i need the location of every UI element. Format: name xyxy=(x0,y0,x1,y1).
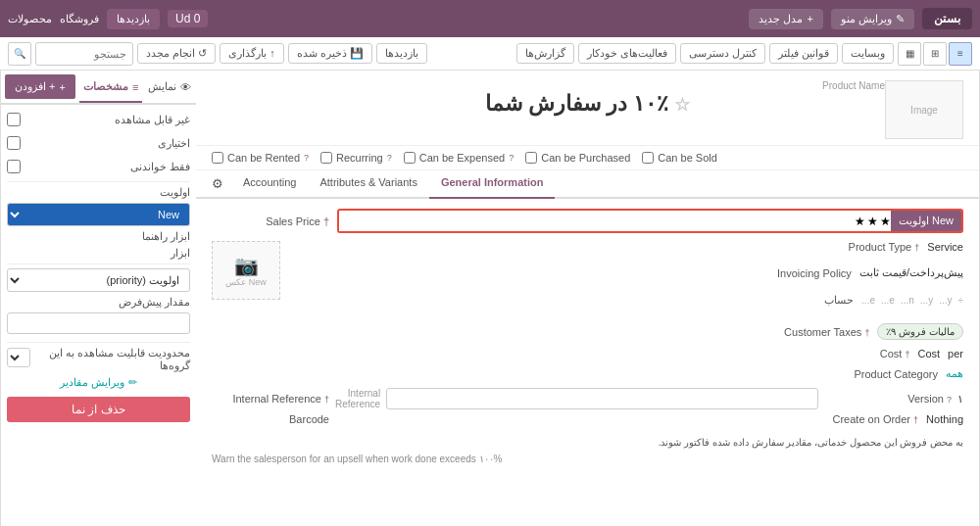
product-image: Image xyxy=(885,80,963,139)
display-icon: 👁 xyxy=(180,81,191,93)
kanban-view-btn[interactable]: ⊞ xyxy=(923,42,947,66)
list-view-btn[interactable]: ≡ xyxy=(949,42,972,66)
right-panel: 👁 نمایش ≡ مشخصات + + افزودن غیر قابل مشا… xyxy=(0,71,196,526)
grid-view-btn[interactable]: ▦ xyxy=(898,42,921,66)
priority-select[interactable]: New xyxy=(7,203,190,226)
recurring-required: ? xyxy=(387,153,392,163)
view-icons: ≡ ⊞ ▦ xyxy=(898,42,972,66)
priority-stars[interactable]: ★ ★ ★ xyxy=(855,215,891,228)
optional-label: اختیاری xyxy=(158,137,190,150)
website-btn[interactable]: وبسایت xyxy=(842,43,894,64)
plus-icon: + xyxy=(808,13,813,24)
search-input[interactable] xyxy=(35,42,133,66)
tool-label: ابزار xyxy=(7,247,190,260)
recurring-checkbox[interactable]: Recurring ? xyxy=(320,152,392,164)
invoicing-policy-label: Invoicing Policy xyxy=(734,267,852,279)
default-value-input[interactable] xyxy=(7,312,190,334)
priority-neutral-select[interactable]: اولویت (priority) xyxy=(7,268,190,292)
save-icon: 💾 xyxy=(350,47,364,59)
topnav-left: Ud 0 بازدیدها فروشگاه محصولات xyxy=(8,9,208,29)
redo-btn[interactable]: ↺ انجام مجدد xyxy=(137,43,216,64)
plus-icon: + xyxy=(59,81,65,93)
access-btn[interactable]: کنترل دسترسی xyxy=(680,43,765,64)
version-internal-row: ۱ ? Version InternalReference † Internal… xyxy=(212,388,963,409)
product-type-label: † Product Type xyxy=(802,241,919,253)
toolbar-left: بازدیدها 💾 ذخیره شده ↑ بارگذاری ↺ انجام … xyxy=(8,42,427,66)
settings-tab-icon[interactable]: ⚙ xyxy=(204,170,231,197)
account-label: حساب xyxy=(736,294,854,307)
group-limit-label: محدودیت قابلیت مشاهده به این گروه‌ها xyxy=(34,347,190,372)
cost-label-inline: Cost xyxy=(917,348,940,359)
panel-tab-attributes[interactable]: ≡ مشخصات xyxy=(79,72,142,103)
back-button[interactable]: بستن xyxy=(922,8,972,29)
panel-options: غیر قابل مشاهده اختیاری فقط خواندنی اولو… xyxy=(1,105,196,526)
internal-ref-row: InternalReference † Internal Reference xyxy=(212,388,818,409)
tax-badge: مالیات فروش ۹٪ xyxy=(877,323,963,340)
redo-icon: ↺ xyxy=(198,47,207,59)
main-layout: Image Product Name ☆ ۱۰٪ در سفارش شما Ca… xyxy=(0,71,980,526)
star-1[interactable]: ★ xyxy=(880,215,891,228)
can-be-sold-checkbox[interactable]: Can be Sold xyxy=(642,152,717,164)
barcode-note: به محض فروش این محصول خدماتی، مقادیر سفا… xyxy=(571,433,963,452)
toolbar-right: ≡ ⊞ ▦ وبسایت قوانین فیلتر کنترل دسترسی ف… xyxy=(516,42,972,66)
star-3[interactable]: ★ xyxy=(855,215,865,228)
optional-row: اختیاری xyxy=(7,134,190,152)
edit-menu-button[interactable]: ✎ ویرایش منو xyxy=(831,9,914,29)
product-header: Image Product Name ☆ ۱۰٪ در سفارش شما xyxy=(196,71,979,146)
tab-attributes[interactable]: Attributes & Variants xyxy=(308,170,428,199)
top-navbar: بستن ✎ ویرایش منو + مدل جدید Ud 0 بازدید… xyxy=(0,0,980,37)
warn-message: Warn the salesperson for an upsell when … xyxy=(212,452,963,466)
star-2[interactable]: ★ xyxy=(867,215,878,228)
product-category-link[interactable]: همه xyxy=(946,367,963,380)
account-cols: ...e ...e ...n ...y ...y ÷ xyxy=(861,293,963,308)
optional-checkbox[interactable] xyxy=(7,136,21,150)
upload-btn[interactable]: ↑ بارگذاری xyxy=(220,43,284,64)
store-label: فروشگاه xyxy=(60,13,99,25)
upload-icon: ↑ xyxy=(270,47,275,59)
sales-price-input[interactable] xyxy=(339,212,855,231)
reviews-btn[interactable]: بازدیدها xyxy=(376,43,427,64)
search-btn[interactable]: 🔍 xyxy=(8,42,31,66)
product-type-row: Service † Product Type پیش‌پرداخت/قیمت ث… xyxy=(212,241,963,315)
rented-required: ? xyxy=(304,153,309,163)
panel-tab-display[interactable]: 👁 نمایش xyxy=(142,72,196,101)
can-be-rented-checkbox[interactable]: Can be Rented ? xyxy=(212,152,309,164)
tab-general-information[interactable]: General Information xyxy=(429,170,556,199)
not-visible-checkbox[interactable] xyxy=(7,113,21,126)
new-image-upload[interactable]: 📷 New عکس xyxy=(212,241,280,300)
filter-btn[interactable]: قوانین فیلتر xyxy=(769,43,838,64)
product-category-label: Product Category xyxy=(820,368,938,380)
create-on-order-label: † Create on Order xyxy=(801,413,918,425)
tab-accounting[interactable]: Accounting xyxy=(231,170,308,199)
product-name-area: Product Name ☆ ۱۰٪ در سفارش شما xyxy=(290,80,885,117)
edit-quantities-link[interactable]: ✏ ویرایش مقادیر xyxy=(7,376,190,389)
new-priority-button[interactable]: New اولویت xyxy=(891,211,961,231)
internal-ref-input[interactable] xyxy=(386,388,818,409)
second-toolbar: ≡ ⊞ ▦ وبسایت قوانین فیلتر کنترل دسترسی ف… xyxy=(0,37,980,71)
products-label: محصولات xyxy=(8,13,52,25)
sales-price-container: New اولویت ★ ★ ★ xyxy=(337,209,963,233)
favorites-button[interactable]: بازدیدها xyxy=(107,9,160,29)
guide-tool-label: ابزار راهنما xyxy=(7,230,190,243)
attributes-icon: ≡ xyxy=(132,81,138,93)
can-be-expensed-checkbox[interactable]: Can be Expensed ? xyxy=(404,152,514,164)
default-value-label: مقدار پیش‌فرض xyxy=(7,296,190,309)
delete-button[interactable]: حذف از نما xyxy=(7,397,190,422)
add-button[interactable]: + + افزودن xyxy=(5,74,75,99)
form-area: New اولویت ★ ★ ★ † Sales Price xyxy=(196,199,979,476)
product-title: ☆ ۱۰٪ در سفارش شما xyxy=(290,91,885,117)
panel-tabs: 👁 نمایش ≡ مشخصات xyxy=(79,72,196,101)
divider-1 xyxy=(7,181,190,182)
group-limit-select[interactable]: ▼ xyxy=(7,348,30,367)
product-category-row: همه Product Category xyxy=(212,367,963,380)
save-btn[interactable]: 💾 ذخیره شده xyxy=(288,43,372,64)
auto-btn[interactable]: فعالیت‌های خودکار xyxy=(578,43,676,64)
favorite-star-icon[interactable]: ☆ xyxy=(674,95,690,115)
readonly-checkbox[interactable] xyxy=(7,160,21,173)
new-model-button[interactable]: + مدل جدید xyxy=(749,9,823,29)
invoicing-policy-value: پیش‌پرداخت/قیمت ثابت xyxy=(859,266,963,279)
group-limit-row: محدودیت قابلیت مشاهده به این گروه‌ها ▼ xyxy=(7,347,190,372)
internal-ref-note: InternalReference xyxy=(335,388,380,409)
reports-btn[interactable]: گزارش‌ها xyxy=(516,43,574,64)
can-be-purchased-checkbox[interactable]: Can be Purchased xyxy=(525,152,630,164)
